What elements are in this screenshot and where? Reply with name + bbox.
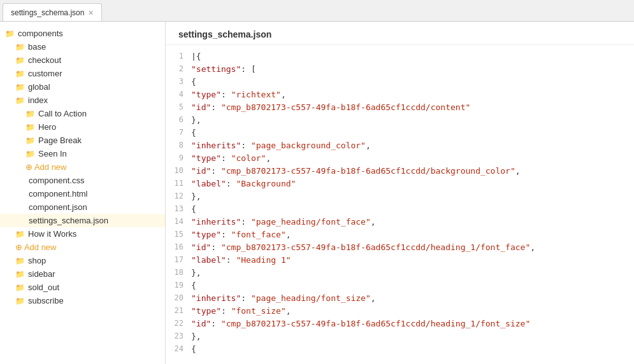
line-number: 2	[166, 63, 191, 74]
tree-item-components[interactable]: 📁components	[0, 27, 165, 40]
tree-item-settings-schema-json[interactable]: settings_schema.json	[0, 214, 165, 227]
folder-icon: 📁	[25, 109, 35, 118]
folder-icon: 📁	[5, 29, 15, 38]
tree-item-label: Seen In	[38, 149, 67, 158]
tree-item-shop[interactable]: 📁shop	[0, 254, 165, 267]
json-key: "inherits"	[191, 217, 241, 227]
line-number: 22	[166, 318, 191, 329]
line-number: 16	[166, 241, 191, 253]
json-key: "id"	[191, 166, 211, 176]
folder-icon: 📁	[15, 256, 25, 265]
line-number: 17	[166, 254, 191, 265]
json-plain: :	[211, 166, 221, 176]
code-line: 8"inherits": "page_background_color",	[166, 139, 634, 152]
tab-settings-schema[interactable]: settings_schema.json ×	[3, 3, 102, 21]
json-plain: :	[211, 102, 221, 112]
json-plain: :	[241, 141, 251, 150]
json-plain: :	[226, 179, 236, 188]
line-number: 8	[166, 139, 191, 151]
tree-item-page-break[interactable]: 📁Page Break	[0, 134, 165, 147]
tree-item-checkout[interactable]: 📁checkout	[0, 53, 165, 67]
folder-icon: 📁	[15, 43, 25, 52]
line-number: 19	[166, 279, 191, 291]
json-key: "inherits"	[191, 141, 241, 150]
tree-item-sold-out[interactable]: 📁sold_out	[0, 281, 165, 294]
tree-item-label: sold_out	[28, 283, 59, 292]
code-line: 12},	[166, 190, 634, 203]
folder-icon: 📁	[15, 83, 25, 92]
tree-item-base[interactable]: 📁base	[0, 40, 165, 53]
tab-label: settings_schema.json	[11, 8, 84, 17]
code-line: 18},	[166, 267, 634, 279]
code-editor[interactable]: 1|{2"settings": [3{4"type": "richtext",5…	[166, 45, 634, 364]
json-brace: {	[191, 77, 196, 87]
tree-item-hero[interactable]: 📁Hero	[0, 120, 165, 134]
json-plain: ,	[286, 230, 291, 239]
json-key: "id"	[191, 102, 211, 112]
line-content: "type": "font_size",	[191, 305, 634, 318]
tree-item-call-to-action[interactable]: 📁Call to Action	[0, 107, 165, 120]
json-value: "color"	[231, 153, 266, 163]
line-content: "id": "cmp_b8702173-c557-49fa-b18f-6ad65…	[191, 241, 634, 254]
tree-item-label: global	[28, 82, 50, 92]
line-number: 14	[166, 216, 191, 227]
json-brace: },	[191, 268, 201, 277]
line-number: 10	[166, 165, 191, 176]
line-content: {	[191, 343, 634, 356]
line-number: 1	[166, 50, 191, 62]
line-number: 18	[166, 267, 191, 278]
tree-item-customer[interactable]: 📁customer	[0, 67, 165, 80]
json-brace: },	[191, 192, 201, 201]
json-key: "settings"	[191, 64, 241, 74]
tree-item-component-html[interactable]: component.html	[0, 187, 165, 200]
json-key: "label"	[191, 255, 226, 265]
json-plain: ,	[281, 90, 286, 99]
line-content: {	[191, 127, 634, 139]
line-number: 3	[166, 76, 191, 87]
line-content: "id": "cmp_b8702173-c557-49fa-b18f-6ad65…	[191, 165, 634, 178]
json-key: "type"	[191, 153, 221, 163]
code-line: 13{	[166, 203, 634, 216]
tab-bar: settings_schema.json ×	[0, 0, 634, 22]
json-plain: :	[221, 230, 231, 239]
tree-item-index[interactable]: 📁index	[0, 94, 165, 107]
line-number: 15	[166, 228, 191, 240]
line-number: 20	[166, 292, 191, 304]
content-area: settings_schema.json 1|{2"settings": [3{…	[166, 22, 634, 364]
tree-item-add-new-2[interactable]: ⊕ Add new	[0, 241, 165, 254]
json-value: "page_heading/font_size"	[251, 293, 371, 303]
line-number: 24	[166, 343, 191, 354]
tree-item-component-css[interactable]: component.css	[0, 174, 165, 187]
json-value: "cmp_b8702173-c557-49fa-b18f-6ad65cf1ccd…	[221, 102, 470, 112]
tree-item-label: index	[28, 95, 48, 105]
code-line: 1|{	[166, 50, 634, 63]
tree-item-subscribe[interactable]: 📁subscribe	[0, 294, 165, 307]
json-key: "label"	[191, 179, 226, 188]
folder-icon: 📁	[15, 283, 25, 292]
line-content: },	[191, 267, 634, 279]
code-line: 22"id": "cmp_b8702173-c557-49fa-b18f-6ad…	[166, 318, 634, 330]
json-value: "Heading 1"	[236, 255, 291, 265]
folder-icon: 📁	[15, 297, 25, 305]
tree-item-sidebar-folder[interactable]: 📁sidebar	[0, 267, 165, 281]
tab-close-icon[interactable]: ×	[88, 8, 93, 17]
json-brace: },	[191, 332, 201, 341]
tree-item-how-it-works[interactable]: 📁How it Works	[0, 227, 165, 241]
json-plain: :	[221, 90, 231, 99]
json-plain: :	[221, 153, 231, 163]
tree-item-component-json[interactable]: component.json	[0, 200, 165, 214]
line-number: 7	[166, 127, 191, 138]
line-content: },	[191, 190, 634, 203]
line-content: "label": "Background"	[191, 178, 634, 190]
code-line: 24{	[166, 343, 634, 356]
tree-item-global[interactable]: 📁global	[0, 80, 165, 94]
line-content: "settings": [	[191, 63, 634, 76]
code-line: 9"type": "color",	[166, 152, 634, 165]
json-plain: ,	[366, 141, 371, 150]
tree-item-label: settings_schema.json	[29, 216, 108, 225]
code-line: 5"id": "cmp_b8702173-c557-49fa-b18f-6ad6…	[166, 101, 634, 114]
tree-item-add-new-1[interactable]: ⊕ Add new	[0, 160, 165, 174]
json-value: "page_background_color"	[251, 141, 366, 150]
tree-item-seen-in[interactable]: 📁Seen In	[0, 147, 165, 160]
code-line: 2"settings": [	[166, 63, 634, 76]
